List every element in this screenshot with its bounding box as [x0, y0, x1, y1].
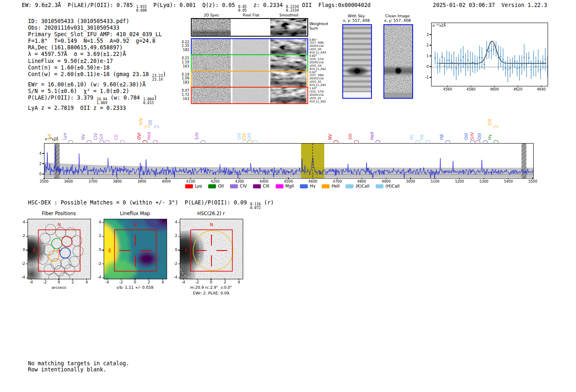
emission-line-label: SIII [348, 134, 353, 140]
tick-label: 5000 [402, 179, 419, 183]
pixel-flat-image [232, 19, 269, 36]
noise-overlay [343, 25, 371, 98]
emission-line-label: OIII [464, 133, 469, 140]
row-stats-label: 0.211.19163 [179, 56, 189, 68]
line-brace-icon [354, 140, 359, 143]
emission-line-label: HeII [370, 132, 375, 140]
tick-label: 3600 [60, 179, 77, 183]
bottom-light [343, 92, 371, 98]
axis-tick [178, 264, 180, 264]
line-brace-icon [68, 140, 73, 143]
tick-label: 4600 [486, 87, 503, 91]
line-brace-icon [100, 140, 104, 143]
tick-label: 0 [54, 280, 64, 284]
axis-tick [26, 250, 28, 250]
axis-tick [430, 77, 431, 77]
tick-label: 5200 [451, 179, 468, 183]
line-brace-icon [120, 140, 125, 143]
legend-item: CIV [230, 184, 247, 188]
legend-swatch [376, 184, 383, 188]
legend-label: MgII [286, 184, 294, 188]
tick-label: -2 [116, 280, 126, 284]
tick-label: 4 [234, 280, 244, 284]
line-brace-icon [53, 140, 58, 143]
legend-label: CIV [240, 184, 247, 188]
axis-tick [42, 174, 44, 174]
tick-label: 4 [94, 220, 101, 224]
stacked-uncertainty: 1.0150.608 [136, 5, 147, 12]
tick-label: 4700 [329, 179, 346, 183]
catalog-footer-line: Row intentionally blank. [28, 366, 107, 373]
smoothed-dark-band [270, 55, 307, 71]
tick-label: 0 [206, 280, 216, 284]
line-brace-icon [334, 140, 338, 143]
fiber-positions-title: Fiber Positions [28, 211, 90, 216]
line-brace-icon [416, 140, 420, 143]
axis-tick [26, 236, 28, 237]
tick-label: -1 [419, 75, 429, 79]
smoothed-image [270, 39, 307, 55]
emission-line-label: Hβ [439, 134, 444, 140]
clean-image-title: Clean Image [373, 14, 422, 18]
emission-line-label: NV [328, 134, 333, 140]
tick-label: 4 [18, 220, 25, 224]
legend-item: (K)CaII [346, 184, 369, 188]
legend-swatch [253, 184, 261, 188]
tick-label: 4900 [378, 179, 395, 183]
report-header-summary: EW: 9.6±2.3Å P(LAE)/P(OII): 0.785 1.0150… [22, 2, 371, 12]
2d-spec-image [192, 19, 231, 36]
row-fiber-label: 0.85"(557, 408)20201116v031_02410_LL_043 [309, 39, 326, 55]
legend-label: CIII [263, 184, 269, 188]
stacked-uncertainty: 24.941.069 [97, 97, 107, 105]
tick-label: -4 [18, 275, 25, 279]
tick-label: -2 [192, 280, 202, 284]
spec2d-col-title: Pixel Flat [232, 13, 270, 17]
source-core [394, 67, 402, 74]
tick-label: -4 [26, 280, 36, 284]
emission-line-label: CIV [242, 133, 247, 140]
tick-label: 4500 [280, 179, 297, 183]
emission-line-label: CIII [488, 119, 492, 125]
lineflux-xlabel: s/b: 1.11 +/- 0.058 [94, 285, 176, 290]
legend-label: HeII [332, 184, 340, 188]
emission-line-label: Hε [409, 135, 414, 140]
fiber-xlabel: arcsecs [18, 285, 100, 290]
line-brace-icon [446, 140, 450, 143]
line-brace-icon [154, 126, 159, 128]
hsc-xlabel2: EWr: 2. PLAE: 0.09 [170, 291, 252, 295]
tick-label: 4100 [182, 179, 199, 183]
stacked-uncertainty: 1.0840.615 [143, 97, 154, 105]
line-brace-icon [248, 140, 252, 143]
line-brace-icon [483, 140, 488, 143]
catalog-footer-line: No matching targets in catalog. [28, 360, 129, 366]
2d-spec-image [192, 88, 231, 103]
emission-line-label: SiIV [139, 118, 144, 125]
tick-label: 2 [170, 234, 177, 238]
emission-line-label: SiIV [195, 132, 200, 140]
pixel-flat-image [232, 72, 269, 87]
info-line: F=1.8" T=0.149 N=1.55 A=0.92 g=24.8 [28, 38, 166, 44]
tick-label: 2 [419, 43, 429, 47]
row-fiber-label: 0.82"(555, 574)20201116v031_03410_LL_062 [309, 55, 326, 71]
tick-label: 0 [33, 172, 42, 176]
legend-label: (H)CaII [386, 184, 399, 188]
axis-tick [26, 278, 28, 278]
svg-text:N: N [58, 223, 60, 227]
tick-label: 4200 [207, 179, 223, 183]
axis-tick [42, 153, 44, 153]
tick-label: 2 [144, 280, 154, 284]
emission-line-label: OIII [477, 133, 482, 140]
report-version: Version 1.22.3 [502, 2, 547, 8]
clean-image-coords: x, y: 557, 408 [373, 18, 422, 23]
emission-line-label: OIII [237, 133, 242, 140]
tick-label: 3900 [134, 179, 150, 183]
legend-swatch [208, 184, 216, 188]
tick-label: -2 [94, 262, 101, 266]
spec2d-row [191, 38, 308, 56]
spec2d-row [191, 87, 308, 104]
info-line: Cont(n) = 1.60(±0.50)e-18 [28, 65, 166, 71]
lineflux-map-title: Lineflux Map [104, 211, 166, 216]
tick-label: 4620 [510, 87, 526, 91]
stacked-uncertainty: 0.23340.2334 [286, 5, 299, 12]
axis-tick [102, 264, 104, 264]
